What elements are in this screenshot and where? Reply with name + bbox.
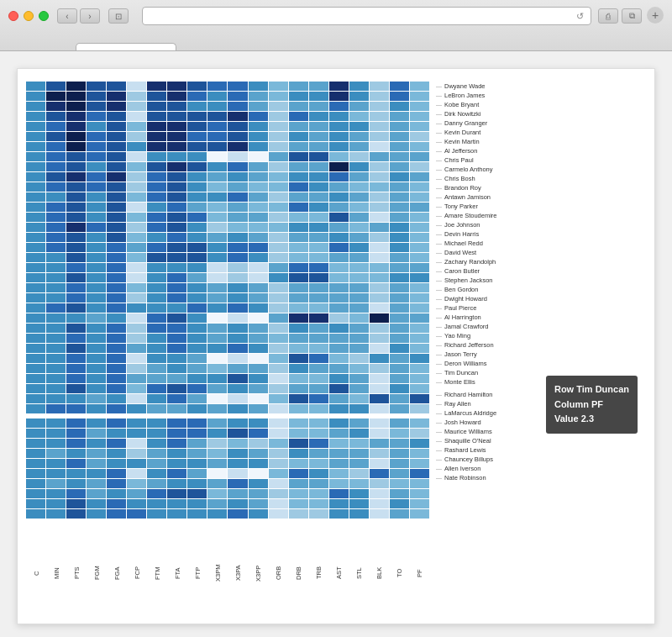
heatmap-cell (228, 263, 247, 272)
heatmap-cell (127, 253, 146, 262)
heatmap-cell (107, 152, 126, 161)
heatmap-cell (349, 223, 369, 232)
heatmap-cell (289, 263, 308, 272)
heatmap-cell (46, 509, 66, 519)
heatmap-cell (167, 182, 186, 192)
heatmap-cell (370, 192, 389, 202)
heatmap-cell (26, 364, 45, 373)
heatmap-cell (228, 162, 247, 171)
heatmap-cell (370, 92, 389, 101)
active-tab[interactable] (76, 43, 176, 50)
heatmap-cell (187, 404, 207, 413)
heatmap-cell (147, 354, 166, 363)
browser-chrome: ‹ › ⊡ ↺ ⎙ ⧉ + (0, 0, 672, 51)
heatmap-cell (410, 364, 429, 373)
heatmap-cell (147, 303, 166, 313)
heatmap-cell (147, 439, 166, 448)
heatmap-cell (410, 172, 429, 182)
heatmap-cell (249, 263, 268, 272)
heatmap-cell (107, 303, 126, 313)
heatmap-cell (207, 313, 227, 323)
heatmap-cell (187, 489, 207, 498)
heatmap-cell (289, 112, 308, 121)
reload-button[interactable]: ↺ (576, 11, 584, 22)
heatmap-cell (269, 253, 288, 262)
heatmap-cell (46, 419, 66, 428)
heatmap-cell (46, 152, 66, 161)
heatmap-cell (107, 469, 126, 478)
new-tab-button[interactable]: + (647, 7, 664, 24)
heatmap-cell (349, 334, 369, 343)
heatmap-cell (87, 384, 106, 393)
heatmap-cell (390, 303, 409, 313)
heatmap-cell (269, 449, 288, 458)
heatmap-cell (87, 92, 106, 101)
heatmap-cell (390, 243, 409, 252)
col-label: FTP (187, 556, 207, 590)
close-button[interactable] (8, 11, 18, 21)
heatmap-cell (329, 273, 349, 282)
heatmap-cell (410, 404, 429, 413)
page-view-button[interactable]: ⊡ (108, 8, 129, 24)
row-label: Al Jefferson (436, 146, 646, 155)
heatmap-cell (66, 374, 86, 383)
heatmap-cell (207, 364, 227, 373)
heatmap-cell (289, 293, 308, 303)
row-label: Kevin Martin (436, 137, 646, 146)
row-label: Antawn Jamison (436, 192, 646, 202)
heatmap-cell (390, 152, 409, 161)
heatmap-cell (66, 243, 86, 252)
heatmap-cell (309, 253, 328, 262)
forward-button[interactable]: › (80, 8, 100, 24)
heatmap-cell (167, 122, 186, 131)
heatmap-container: Dwyane WadeLeBron JamesKobe BryantDirk N… (17, 68, 655, 624)
heatmap-cell (46, 459, 66, 468)
col-label: FCP (127, 556, 147, 590)
heatmap-cell (66, 384, 86, 393)
heatmap-cell (309, 313, 328, 323)
heatmap-cell (329, 102, 349, 111)
heatmap-cell (147, 499, 166, 508)
heatmap-cell (390, 354, 409, 363)
heatmap-cell (228, 82, 247, 91)
heatmap-cell (370, 293, 389, 303)
heatmap-cell (269, 293, 288, 303)
heatmap-cell (87, 459, 106, 468)
heatmap-cell (207, 404, 227, 413)
heatmap-cell (66, 152, 86, 161)
heatmap-cell (87, 162, 106, 171)
heatmap-cell (329, 142, 349, 151)
heatmap-cell (26, 102, 45, 111)
heatmap-cell (207, 132, 227, 141)
heatmap-cell (26, 213, 45, 222)
col-label: BLK (369, 556, 389, 590)
heatmap-cell (107, 243, 126, 252)
heatmap-cell (349, 439, 369, 448)
minimize-button[interactable] (24, 11, 34, 21)
heatmap-cell (309, 354, 328, 363)
address-bar[interactable]: ↺ (142, 7, 591, 25)
heatmap-cell (147, 203, 166, 212)
heatmap-cell (66, 82, 86, 91)
maximize-button[interactable] (39, 11, 49, 21)
heatmap-cell (46, 449, 66, 458)
heatmap-cell (46, 364, 66, 373)
heatmap-cell (370, 449, 389, 458)
heatmap-cell (370, 404, 389, 413)
heatmap-cell (187, 233, 207, 242)
heatmap-cell (309, 429, 328, 438)
heatmap-cell (46, 303, 66, 313)
heatmap-cell (207, 334, 227, 343)
duplicate-button[interactable]: ⧉ (622, 8, 642, 24)
tooltip-col-label: Column (554, 399, 591, 409)
share-button[interactable]: ⎙ (598, 8, 618, 24)
heatmap-cell (269, 182, 288, 192)
heatmap-cell (289, 364, 308, 373)
heatmap-cell (147, 263, 166, 272)
heatmap-cell (249, 414, 268, 418)
heatmap-cell (349, 233, 369, 242)
heatmap-cell (26, 112, 45, 121)
back-button[interactable]: ‹ (57, 8, 77, 24)
heatmap-cell (147, 152, 166, 161)
heatmap-cell (207, 479, 227, 488)
